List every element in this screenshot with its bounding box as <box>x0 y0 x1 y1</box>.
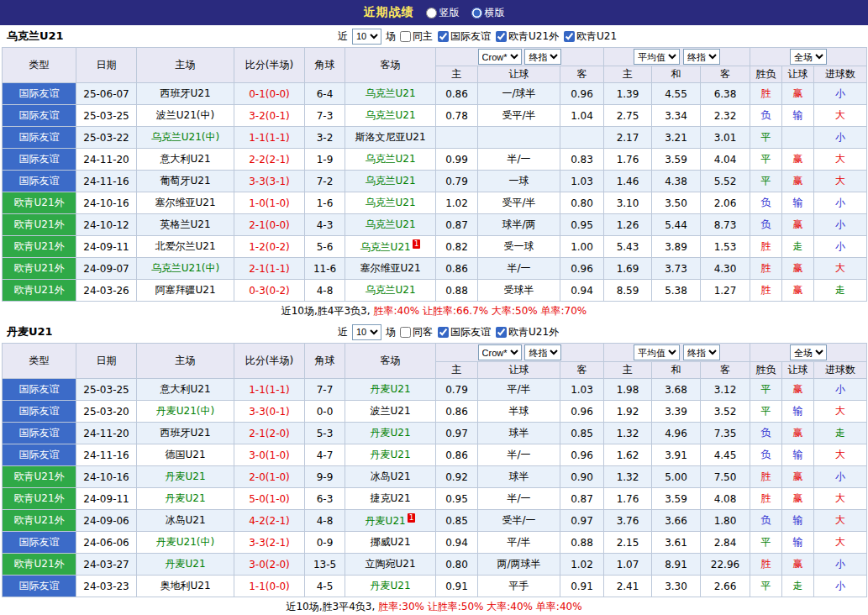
average-odds-header: 平均值 终指 <box>604 48 750 66</box>
odds-away: 0.96 <box>560 444 604 466</box>
away-team: 乌克兰U21 <box>345 149 436 171</box>
result-outcome: 平 <box>750 379 782 401</box>
match-type: 欧青U21外 <box>3 236 76 258</box>
match-type: 国际友谊 <box>3 532 76 554</box>
col-odds-home: 主 <box>436 362 478 379</box>
result-goals: 小 <box>814 554 867 576</box>
match-type: 国际友谊 <box>3 83 76 105</box>
layout-option-horizontal[interactable]: 横版 <box>471 6 505 20</box>
filter-checkbox[interactable] <box>496 327 507 338</box>
average-select[interactable]: 平均值 <box>634 344 680 360</box>
result-goals: 小 <box>814 236 867 258</box>
result-outcome: 平 <box>750 532 782 554</box>
match-type: 欧青U21外 <box>3 510 76 532</box>
odds-handicap: 一球 <box>478 171 560 192</box>
odds-away: 0.95 <box>560 214 604 236</box>
filter-option-欧青U21外[interactable]: 欧青U21外 <box>496 325 559 339</box>
corner-score: 6-3 <box>305 488 345 510</box>
avg-draw: 4.38 <box>652 171 701 192</box>
match-type: 欧青U21外 <box>3 214 76 236</box>
summary-record: 近10场,胜3平4负3, <box>286 600 375 614</box>
filter-option-国际友谊[interactable]: 国际友谊 <box>438 29 491 44</box>
results-body: 国际友谊25-06-07西班牙U210-1(0-0)6-4乌克兰U210.86一… <box>3 83 867 302</box>
corner-score: 4-7 <box>305 444 345 466</box>
col-avg-away: 客 <box>701 66 750 83</box>
avg-home: 2.15 <box>604 532 652 554</box>
match-date: 24-11-16 <box>76 444 137 466</box>
filter-checkbox[interactable] <box>496 31 507 42</box>
col-result: 胜负 <box>750 66 782 83</box>
home-team: 奥地利U21 <box>137 576 234 597</box>
match-count-select[interactable]: 10 <box>352 29 381 45</box>
layout-option-vertical[interactable]: 竖版 <box>426 6 460 20</box>
avg-draw: 3.68 <box>652 379 701 401</box>
corner-score: 7-2 <box>305 171 345 192</box>
horizontal-layout-radio[interactable] <box>471 8 482 18</box>
avg-away: 3.52 <box>701 401 750 423</box>
result-handicap: 赢 <box>782 423 814 444</box>
scope-select[interactable]: 全场 <box>790 49 827 65</box>
match-row: 国际友谊24-06-06丹麦U21(中)3-3(2-1)0-9挪威U210.94… <box>3 532 867 554</box>
matches-label: 场 <box>386 29 396 44</box>
match-type: 国际友谊 <box>3 171 76 192</box>
match-row: 国际友谊24-11-16德国U213-0(1-0)4-7丹麦U210.86半/一… <box>3 444 867 466</box>
match-count-select[interactable]: 10 <box>352 324 381 340</box>
filter-option-欧青U21[interactable]: 欧青U21 <box>564 29 617 44</box>
result-handicap: 赢 <box>782 83 814 105</box>
average-select[interactable]: 平均值 <box>634 49 680 65</box>
result-outcome: 负 <box>750 192 782 214</box>
result-handicap: 输 <box>782 444 814 466</box>
away-team: 立陶宛U21 <box>345 554 436 576</box>
home-team: 丹麦U21 <box>137 554 234 576</box>
result-outcome: 负 <box>750 214 782 236</box>
odds-home: 0.92 <box>436 466 478 488</box>
avg-draw: 5.44 <box>652 214 701 236</box>
match-score: 2-0(1-0) <box>234 466 305 488</box>
away-team: 乌克兰U211 <box>345 236 436 258</box>
odds-away: 0.94 <box>560 280 604 302</box>
result-goals: 大 <box>814 444 867 466</box>
odds-time-select-1[interactable]: 终指 <box>524 344 561 360</box>
away-team-name: 乌克兰U21 <box>365 109 415 121</box>
result-goals: 小 <box>814 192 867 214</box>
odds-time-select-1[interactable]: 终指 <box>524 49 561 65</box>
odds-home: 0.97 <box>436 423 478 444</box>
filter-option-同主[interactable]: 同主 <box>400 29 433 44</box>
odds-handicap: 半/一 <box>478 258 560 280</box>
bookmaker-select[interactable]: Crow* <box>478 344 522 360</box>
section-header: 丹麦U21 近 10 场 同客国际友谊欧青U21外 <box>2 321 866 343</box>
odds-home: 0.86 <box>436 258 478 280</box>
odds-time-select-2[interactable]: 终指 <box>683 49 720 65</box>
vertical-layout-radio[interactable] <box>426 8 437 18</box>
filter-checkbox[interactable] <box>438 31 449 42</box>
result-outcome: 负 <box>750 423 782 444</box>
avg-away: 2.32 <box>701 105 750 127</box>
filter-checkbox-label: 欧青U21 <box>576 29 617 44</box>
result-goals: 大 <box>814 510 867 532</box>
odds-away: 1.04 <box>560 105 604 127</box>
filter-checkbox[interactable] <box>400 327 411 338</box>
odds-time-select-2[interactable]: 终指 <box>683 344 720 360</box>
odds-handicap: 半/一 <box>478 488 560 510</box>
filter-option-国际友谊[interactable]: 国际友谊 <box>438 325 491 339</box>
filter-checkbox[interactable] <box>564 31 575 42</box>
col-avg-draw: 和 <box>652 66 701 83</box>
result-goals: 小 <box>814 83 867 105</box>
col-score: 比分(半场) <box>234 344 305 379</box>
topbar: 近期战绩 竖版 横版 <box>0 0 868 25</box>
odds-handicap: 平/半 <box>478 532 560 554</box>
filter-checkbox[interactable] <box>438 327 449 338</box>
filter-option-欧青U21外[interactable]: 欧青U21外 <box>496 29 559 44</box>
bookmaker-select[interactable]: Crow* <box>478 49 522 65</box>
filter-checkbox[interactable] <box>400 31 411 42</box>
match-date: 25-03-25 <box>76 105 137 127</box>
odds-away: 0.90 <box>560 466 604 488</box>
avg-home: 1.39 <box>604 83 652 105</box>
odds-handicap: 受一球 <box>478 236 560 258</box>
away-team: 捷克U21 <box>345 488 436 510</box>
away-team: 塞尔维亚U21 <box>345 258 436 280</box>
filter-option-同客[interactable]: 同客 <box>400 325 433 339</box>
result-handicap: 走 <box>782 236 814 258</box>
col-handicap-result: 让球 <box>782 66 814 83</box>
scope-select[interactable]: 全场 <box>790 344 827 360</box>
